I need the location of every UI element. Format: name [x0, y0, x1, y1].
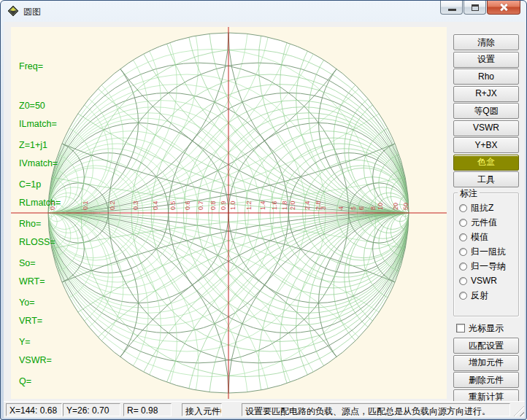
radio-normalized-admittance[interactable]: 归一导纳 — [454, 259, 518, 273]
rho-button[interactable]: Rho — [453, 69, 519, 85]
status-x: X=144: 0.68 — [6, 403, 62, 416]
radio-impedance-z[interactable]: 阻抗Z — [454, 201, 518, 215]
maximize-button[interactable] — [463, 1, 486, 15]
radio-icon — [459, 277, 467, 285]
close-icon — [499, 3, 508, 12]
svg-text:0.3: 0.3 — [132, 201, 139, 210]
readout-bottom: ILmatch= IVmatch= RLmatch= RLOSS= WRT= V… — [19, 91, 61, 393]
svg-text:2.0: 2.0 — [289, 201, 296, 210]
cursor-display-checkbox[interactable]: 光标显示 — [453, 322, 519, 334]
status-r: R= 0.98 — [123, 403, 172, 416]
window-title: 圆图 — [23, 6, 41, 18]
readout-rlmatch: RLmatch= — [19, 196, 61, 209]
resize-grip[interactable] — [514, 406, 524, 416]
vswr-button[interactable]: VSWR — [453, 120, 519, 136]
svg-text:0.5: 0.5 — [169, 201, 177, 210]
svg-text:3: 3 — [320, 206, 327, 210]
color-box-button[interactable]: 色盒 — [453, 155, 519, 171]
readout-ivmatch: IVmatch= — [19, 157, 61, 170]
radio-icon — [459, 204, 467, 212]
status-component-count: 接入元件0 — [182, 403, 222, 416]
readout-vswr: VSWR= — [19, 354, 61, 367]
caption-buttons — [439, 1, 520, 15]
y-plus-bx-button[interactable]: Y+BX — [453, 137, 519, 153]
svg-text:0.6: 0.6 — [184, 201, 191, 210]
tools-button[interactable]: 工具 — [453, 171, 519, 187]
svg-text:0.8: 0.8 — [209, 201, 217, 210]
svg-text:4: 4 — [337, 206, 345, 210]
svg-text:5: 5 — [350, 206, 357, 210]
svg-text:20: 20 — [392, 203, 399, 210]
app-window: 圆图 0.00.10.20.30.40.50.60.70.80.91.01.21… — [0, 0, 527, 420]
status-y: Y=26: 0.70 — [63, 403, 120, 416]
delete-component-button[interactable]: 删除元件 — [453, 372, 519, 388]
radio-component-value[interactable]: 元件值 — [454, 215, 518, 230]
svg-text:0.4: 0.4 — [152, 201, 159, 210]
annotation-group-title: 标注 — [458, 187, 480, 200]
radio-icon — [459, 233, 467, 241]
status-message: 设置要匹配电路的负载、源点，匹配总是从负载向源方向进行。 — [242, 403, 510, 416]
add-component-button[interactable]: 增加元件 — [453, 355, 519, 371]
side-panel: 清除 设置 Rho R+JX 等Q圆 VSWR Y+BX 色盒 工具 标注 阻抗… — [453, 34, 519, 406]
annotation-group: 标注 阻抗Z 元件值 模值 归一阻抗 — [453, 192, 519, 316]
radio-icon — [459, 292, 467, 300]
clear-button[interactable]: 清除 — [453, 34, 519, 50]
svg-text:6: 6 — [358, 206, 365, 210]
maximize-icon — [472, 4, 479, 11]
radio-modulus[interactable]: 模值 — [454, 230, 518, 244]
minimize-icon — [448, 9, 456, 11]
svg-text:0.7: 0.7 — [197, 201, 204, 210]
readout-freq: Freq= — [19, 60, 47, 73]
svg-text:8: 8 — [369, 206, 377, 210]
svg-text:0.2: 0.2 — [109, 201, 116, 210]
smith-chart[interactable]: 0.00.10.20.30.40.50.60.70.80.91.01.21.41… — [11, 27, 447, 399]
readout-vrt: VRT= — [19, 314, 61, 327]
radio-icon — [459, 219, 467, 227]
radio-reflection[interactable]: 反射 — [454, 288, 518, 303]
minimize-button[interactable] — [440, 1, 463, 15]
svg-text:50: 50 — [402, 203, 409, 210]
readout-ilmatch: ILmatch= — [19, 117, 61, 131]
svg-text:1.4: 1.4 — [259, 201, 266, 210]
radio-vswr[interactable]: VSWR — [454, 273, 518, 288]
close-button[interactable] — [487, 1, 520, 15]
smith-chart-panel[interactable]: 0.00.10.20.30.40.50.60.70.80.91.01.21.41… — [11, 27, 447, 399]
titlebar[interactable]: 圆图 — [1, 1, 526, 22]
settings-button[interactable]: 设置 — [453, 52, 519, 68]
svg-text:1.8: 1.8 — [281, 201, 288, 210]
equal-q-circle-button[interactable]: 等Q圆 — [453, 103, 519, 119]
readout-rloss: RLOSS= — [19, 236, 61, 249]
statusbar: X=144: 0.68 Y=26: 0.70 R= 0.98 接入元件0 设置要… — [4, 401, 525, 417]
radio-icon — [459, 262, 467, 271]
svg-text:10: 10 — [377, 203, 384, 210]
client-area: 0.00.10.20.30.40.50.60.70.80.91.01.21.41… — [4, 22, 525, 418]
app-icon — [7, 5, 19, 17]
svg-text:0.1: 0.1 — [82, 201, 89, 210]
readout-wrt: WRT= — [19, 275, 61, 288]
radio-icon — [459, 248, 467, 256]
action-buttons: 匹配设置 增加元件 删除元件 重新计算 — [453, 338, 519, 405]
svg-text:1.6: 1.6 — [271, 201, 278, 210]
svg-text:1.2: 1.2 — [245, 201, 253, 210]
radio-normalized-impedance[interactable]: 归一阻抗 — [454, 244, 518, 259]
match-settings-button[interactable]: 匹配设置 — [453, 338, 519, 354]
svg-text:0.9: 0.9 — [220, 201, 227, 210]
r-plus-jx-button[interactable]: R+JX — [453, 86, 519, 102]
checkbox-icon — [456, 324, 465, 332]
svg-text:1.0: 1.0 — [229, 201, 236, 210]
svg-text:2.4: 2.4 — [304, 201, 311, 210]
